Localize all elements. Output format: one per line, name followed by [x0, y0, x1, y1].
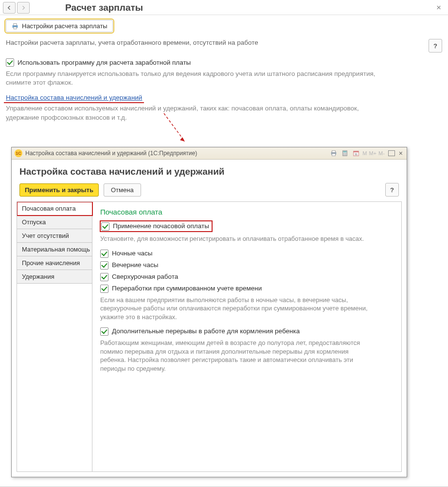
printer-icon: [11, 23, 19, 30]
svg-rect-6: [332, 154, 336, 156]
overtime-checkbox[interactable]: [100, 273, 108, 281]
settings-print-label: Настройки расчета зарплаты: [22, 22, 108, 30]
summarized-overtime-label: Переработки при суммированном учете врем…: [112, 284, 262, 293]
memory-m-button[interactable]: M: [361, 150, 368, 156]
page-title: Расчет зарплаты: [65, 2, 143, 13]
night-hours-checkbox[interactable]: [100, 250, 108, 258]
composition-link-hint: Управление составом используемых начисле…: [0, 101, 381, 126]
close-icon[interactable]: ×: [436, 3, 441, 13]
nav-back-button[interactable]: [3, 2, 16, 14]
svg-point-12: [345, 155, 346, 156]
settings-print-button[interactable]: Настройки расчета зарплаты: [6, 20, 113, 32]
night-hours-label: Ночные часы: [112, 249, 152, 258]
section-title: Почасовая оплата: [100, 208, 394, 216]
feeding-breaks-checkbox[interactable]: [100, 327, 108, 336]
evening-hours-label: Вечерние часы: [112, 261, 158, 270]
use-program-hint: Если программу планируется использовать …: [0, 68, 381, 92]
cancel-button[interactable]: Отмена: [104, 183, 141, 197]
hourly-pay-checkbox[interactable]: [101, 222, 109, 231]
hourly-pay-label: Применение почасовой оплаты: [113, 222, 209, 231]
tab-deductions[interactable]: Удержания: [17, 270, 92, 284]
overtime-desc: Если на вашем предприятии выполняются ра…: [100, 296, 373, 322]
svg-rect-8: [343, 151, 347, 153]
memory-mminus-button[interactable]: M-: [377, 150, 386, 156]
svg-rect-1: [14, 23, 17, 25]
dialog-close-icon[interactable]: ×: [397, 149, 405, 157]
memory-mplus-button[interactable]: M+: [368, 150, 377, 156]
use-program-label: Использовать программу для расчета зараб…: [18, 59, 191, 66]
feeding-breaks-desc: Работающим женщинам, имеющим детей в воз…: [100, 339, 373, 373]
nav-forward-button[interactable]: [17, 2, 30, 14]
hourly-pay-desc: Установите, для возможности регистрирова…: [100, 234, 373, 243]
composition-link[interactable]: Настройка состава начислений и удержаний: [6, 94, 142, 101]
feeding-breaks-label: Дополнительные перерывы в работе для кор…: [112, 327, 300, 336]
svg-rect-2: [14, 27, 17, 29]
print-icon[interactable]: [328, 148, 339, 158]
tab-absence[interactable]: Учет отсутствий: [17, 229, 92, 243]
tab-material-aid[interactable]: Материальная помощь: [17, 243, 92, 256]
overtime-label: Сверхурочная работа: [112, 272, 178, 281]
dialog-tab-list: Почасовая оплата Отпуска Учет отсутствий…: [17, 202, 92, 471]
svg-point-11: [344, 155, 345, 156]
dialog-heading: Настройка состава начислений и удержаний: [12, 160, 407, 180]
svg-rect-5: [332, 151, 336, 153]
intro-text: Настройки расчета зарплаты, учета отрабо…: [6, 39, 424, 46]
tab-other-accruals[interactable]: Прочие начисления: [17, 256, 92, 270]
app-1c-icon: 1C: [15, 149, 22, 157]
svg-point-9: [344, 153, 345, 154]
tab-hourly-pay[interactable]: Почасовая оплата: [17, 202, 92, 216]
help-button[interactable]: ?: [429, 39, 442, 53]
evening-hours-checkbox[interactable]: [100, 261, 108, 270]
window-restore-icon[interactable]: [386, 148, 397, 158]
dialog-help-button[interactable]: ?: [385, 183, 399, 197]
calendar-icon[interactable]: 31: [351, 148, 361, 158]
tab-vacation[interactable]: Отпуска: [17, 216, 92, 229]
summarized-overtime-checkbox[interactable]: [100, 285, 108, 293]
calculator-icon[interactable]: [340, 148, 350, 158]
composition-dialog: 1C Настройка состава начислений и удержа…: [11, 147, 407, 477]
dialog-title: Настройка состава начислений и удержаний…: [25, 150, 328, 157]
svg-point-10: [345, 153, 346, 154]
apply-close-button[interactable]: Применить и закрыть: [19, 183, 99, 197]
svg-text:31: 31: [355, 153, 358, 156]
use-program-checkbox[interactable]: [6, 58, 14, 67]
